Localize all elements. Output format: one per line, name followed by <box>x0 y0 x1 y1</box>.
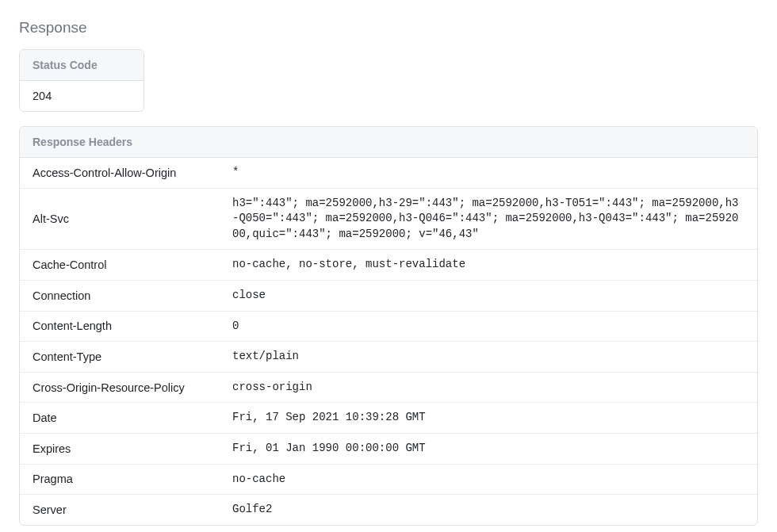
response-headers-title: Response Headers <box>20 127 757 158</box>
header-value: text/plain <box>220 342 757 373</box>
header-row: ExpiresFri, 01 Jan 1990 00:00:00 GMT <box>20 433 757 464</box>
header-row: Connectionclose <box>20 280 757 311</box>
header-row: Content-Typetext/plain <box>20 342 757 373</box>
header-row: Alt-Svch3=":443"; ma=2592000,h3-29=":443… <box>20 188 757 250</box>
header-row: ServerGolfe2 <box>20 495 757 525</box>
header-row: DateFri, 17 Sep 2021 10:39:28 GMT <box>20 403 757 434</box>
header-key: Alt-Svc <box>20 188 220 250</box>
header-value: * <box>220 158 757 189</box>
header-value: Fri, 01 Jan 1990 00:00:00 GMT <box>220 433 757 464</box>
header-value: no-cache <box>220 464 757 495</box>
header-key: Access-Control-Allow-Origin <box>20 158 220 189</box>
header-key: Connection <box>20 280 220 311</box>
header-key: Pragma <box>20 464 220 495</box>
header-value: h3=":443"; ma=2592000,h3-29=":443"; ma=2… <box>220 188 757 250</box>
response-title: Response <box>19 19 758 36</box>
header-row: Pragmano-cache <box>20 464 757 495</box>
response-headers-block: Response Headers Access-Control-Allow-Or… <box>19 126 758 526</box>
header-row: Content-Length0 <box>20 311 757 342</box>
header-value: Golfe2 <box>220 495 757 525</box>
header-key: Cross-Origin-Resource-Policy <box>20 372 220 403</box>
status-code-value: 204 <box>20 81 144 112</box>
header-key: Cache-Control <box>20 250 220 281</box>
status-code-header: Status Code <box>20 50 144 81</box>
header-value: cross-origin <box>220 372 757 403</box>
header-key: Server <box>20 495 220 525</box>
header-key: Expires <box>20 433 220 464</box>
header-row: Cross-Origin-Resource-Policycross-origin <box>20 372 757 403</box>
header-value: close <box>220 280 757 311</box>
header-value: Fri, 17 Sep 2021 10:39:28 GMT <box>220 403 757 434</box>
header-value: no-cache, no-store, must-revalidate <box>220 250 757 281</box>
header-key: Date <box>20 403 220 434</box>
header-value: 0 <box>220 311 757 342</box>
header-key: Content-Length <box>20 311 220 342</box>
header-row: Cache-Controlno-cache, no-store, must-re… <box>20 250 757 281</box>
header-key: Content-Type <box>20 342 220 373</box>
header-row: Access-Control-Allow-Origin* <box>20 158 757 189</box>
status-code-block: Status Code 204 <box>19 49 144 112</box>
